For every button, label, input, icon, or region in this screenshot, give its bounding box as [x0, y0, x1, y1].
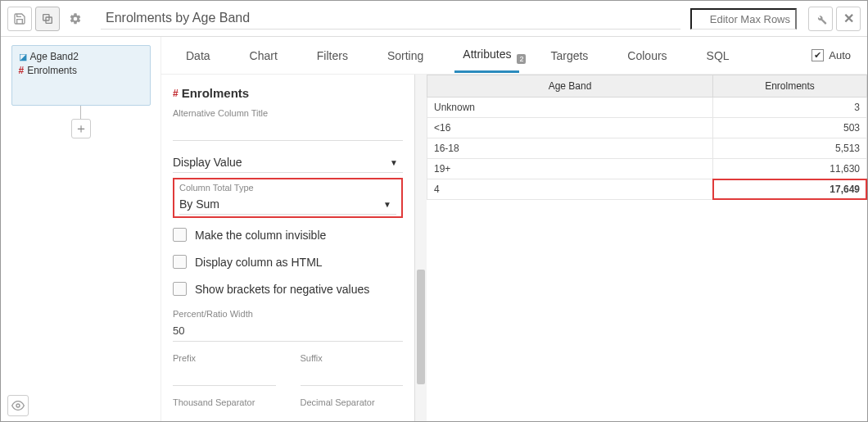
data-node-card[interactable]: ◪ Age Band2 # Enrolments	[11, 45, 151, 106]
top-toolbar: ✕	[1, 1, 867, 37]
auto-checkbox-row[interactable]: ✔ Auto	[811, 49, 851, 61]
save-icon	[13, 12, 26, 25]
percent-width-label: Percent/Ratio Width	[173, 309, 403, 319]
column-total-type-highlight: Column Total Type By Sum ▼	[173, 178, 403, 218]
suffix-input[interactable]	[301, 366, 404, 386]
col-header-enrolments[interactable]: Enrolments	[713, 75, 867, 98]
tab-chart[interactable]: Chart	[242, 39, 286, 72]
total-value-cell: 17,649	[713, 179, 867, 200]
column-total-type-label: Column Total Type	[179, 183, 396, 193]
node-connector	[80, 106, 81, 119]
copy-button[interactable]	[35, 7, 60, 31]
attributes-panel: # Enrolments Alternative Column Title Di…	[161, 75, 415, 421]
settings-button[interactable]	[63, 7, 88, 31]
table-row[interactable]: 19+ 11,630	[427, 159, 867, 179]
thousand-sep-label: Thousand Separator	[173, 397, 276, 407]
eye-icon	[11, 399, 25, 412]
cell-label: 19+	[427, 159, 713, 179]
cell-label: Unknown	[427, 98, 713, 118]
tab-data[interactable]: Data	[178, 39, 219, 72]
query-builder-panel: ◪ Age Band2 # Enrolments ＋	[1, 37, 160, 421]
save-button[interactable]	[7, 7, 32, 31]
percent-width-input[interactable]	[173, 322, 403, 342]
decimal-sep-label: Decimal Separator	[301, 397, 404, 407]
table-total-row[interactable]: 4 17,649	[427, 179, 867, 200]
tab-attributes[interactable]: Attributes 2	[454, 38, 519, 73]
tab-sql[interactable]: SQL	[698, 39, 738, 72]
checkbox[interactable]	[173, 228, 187, 242]
total-value-text: 17,649	[830, 184, 860, 195]
cell-value: 503	[713, 118, 867, 138]
caret-down-icon: ▼	[390, 158, 398, 167]
make-invisible-label: Make the column invisible	[195, 229, 326, 242]
attribute-section-title-text: Enrolments	[182, 86, 250, 100]
column-total-type-select[interactable]: By Sum ▼	[179, 194, 396, 215]
add-node-button[interactable]: ＋	[71, 119, 91, 138]
hash-icon: #	[19, 65, 25, 76]
attribute-section-title: # Enrolments	[173, 86, 403, 100]
preview-table-area: Age Band Enrolments Unknown 3 <16 503	[427, 75, 867, 421]
auto-checkbox[interactable]: ✔	[811, 49, 824, 61]
display-value-text: Display Value	[173, 156, 242, 169]
tab-colours[interactable]: Colours	[619, 39, 675, 72]
suffix-label: Suffix	[301, 353, 404, 363]
cube-icon: ◪	[19, 52, 27, 62]
display-value-select[interactable]: Display Value ▼	[173, 152, 403, 173]
preview-visibility-button[interactable]	[7, 395, 29, 416]
col-header-age-band[interactable]: Age Band	[427, 75, 713, 98]
alt-title-label: Alternative Column Title	[173, 108, 403, 118]
checkbox[interactable]	[173, 282, 187, 296]
attributes-scrollbar[interactable]	[415, 75, 427, 421]
table-row[interactable]: Unknown 3	[427, 98, 867, 118]
cell-value: 11,630	[713, 159, 867, 179]
dimension-row: ◪ Age Band2	[19, 51, 143, 62]
report-title-input[interactable]	[101, 7, 680, 29]
cell-value: 3	[713, 98, 867, 118]
alt-title-input[interactable]	[173, 121, 403, 141]
gear-icon	[69, 12, 82, 25]
preview-table: Age Band Enrolments Unknown 3 <16 503	[427, 75, 867, 200]
total-label-cell: 4	[427, 179, 713, 200]
measure-row: # Enrolments	[19, 65, 143, 76]
measure-label: Enrolments	[27, 65, 77, 76]
copy-icon	[41, 12, 54, 25]
caret-down-icon: ▼	[383, 200, 391, 209]
brackets-negative-label: Show brackets for negative values	[195, 283, 369, 296]
hash-icon: #	[173, 88, 179, 99]
attributes-badge: 2	[517, 54, 526, 64]
cell-label: 16-18	[427, 138, 713, 159]
column-total-type-value: By Sum	[179, 197, 219, 211]
tab-targets[interactable]: Targets	[542, 39, 596, 72]
make-invisible-row[interactable]: Make the column invisible	[173, 228, 403, 242]
auto-label: Auto	[829, 49, 851, 61]
table-row[interactable]: 16-18 5,513	[427, 138, 867, 159]
close-icon: ✕	[843, 11, 854, 26]
wrench-icon	[814, 12, 827, 25]
prefix-label: Prefix	[173, 353, 276, 363]
display-html-row[interactable]: Display column as HTML	[173, 255, 403, 269]
close-button[interactable]: ✕	[836, 7, 861, 31]
dimension-label: Age Band2	[30, 51, 79, 62]
brackets-negative-row[interactable]: Show brackets for negative values	[173, 282, 403, 296]
plus-icon: ＋	[75, 120, 88, 138]
cell-label: <16	[427, 118, 713, 138]
prefix-input[interactable]	[173, 366, 276, 386]
tab-sorting[interactable]: Sorting	[379, 39, 432, 72]
cell-value: 5,513	[713, 138, 867, 159]
scrollbar-thumb[interactable]	[417, 270, 425, 384]
display-html-label: Display column as HTML	[195, 256, 323, 269]
table-row[interactable]: <16 503	[427, 118, 867, 138]
svg-point-2	[16, 404, 20, 407]
tab-attributes-label: Attributes	[463, 48, 511, 61]
wrench-button[interactable]	[808, 7, 833, 31]
tab-filters[interactable]: Filters	[309, 39, 356, 72]
config-tabs: Data Chart Filters Sorting Attributes 2 …	[161, 37, 867, 75]
editor-max-rows-input[interactable]	[690, 8, 797, 29]
checkbox[interactable]	[173, 255, 187, 269]
